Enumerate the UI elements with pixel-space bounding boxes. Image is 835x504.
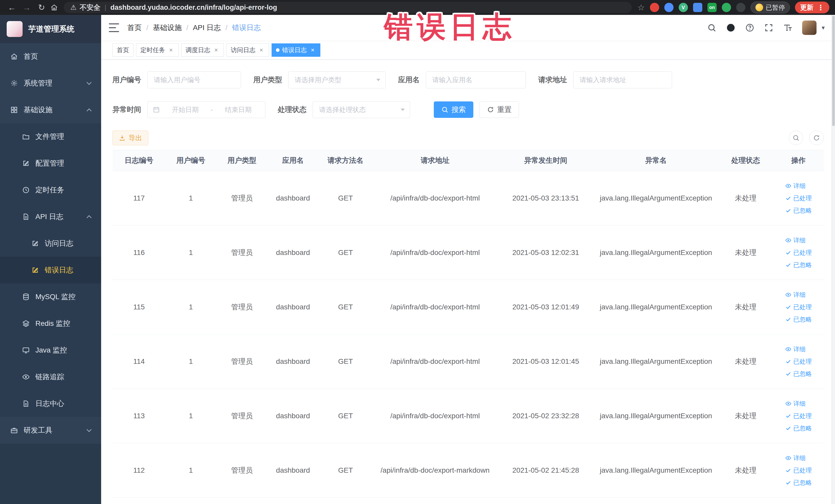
sidebar-item-redis-monitor[interactable]: Redis 监控 xyxy=(0,310,101,337)
detail-link[interactable]: 详细 xyxy=(785,345,806,353)
extension-drop-icon[interactable] xyxy=(664,3,674,12)
tab-access-log[interactable]: 访问日志 × xyxy=(226,43,269,57)
sidebar-item-access-log[interactable]: 访问日志 xyxy=(0,230,101,257)
cell-exception-name: java.lang.IllegalArgumentException xyxy=(594,194,718,202)
browser-update-button[interactable]: 更新 ⋮ xyxy=(795,2,829,13)
sidebar-item-file-management[interactable]: 文件管理 xyxy=(0,123,101,150)
extension-grid-icon[interactable] xyxy=(693,3,702,12)
tab-close-icon[interactable]: × xyxy=(213,46,220,54)
breadcrumb-infrastructure[interactable]: 基础设施 xyxy=(153,23,182,33)
help-icon[interactable] xyxy=(745,23,754,32)
eye-icon xyxy=(785,237,791,243)
eye-icon xyxy=(785,183,791,189)
search-icon[interactable] xyxy=(707,23,716,32)
menu-label: 系统管理 xyxy=(24,78,53,88)
mark-ignored-link[interactable]: 已忽略 xyxy=(785,370,812,378)
sidebar-item-trace[interactable]: 链路追踪 xyxy=(0,364,101,390)
sidebar-item-error-log[interactable]: 错误日志 xyxy=(0,257,101,283)
sidebar-item-java-monitor[interactable]: Java 监控 xyxy=(0,337,101,364)
font-size-icon[interactable] xyxy=(783,23,792,32)
user-type-select[interactable]: 请选择用户类型 xyxy=(288,72,386,88)
address-bar[interactable]: ⚠ 不安全 | dashboard.yudao.iocoder.cn/infra… xyxy=(64,2,632,13)
tab-close-icon[interactable]: × xyxy=(309,46,316,54)
sidebar-item-mysql-monitor[interactable]: MySQL 监控 xyxy=(0,283,101,310)
date-range-picker[interactable]: 开始日期 - 结束日期 xyxy=(147,101,265,118)
sidebar-item-dev-tools[interactable]: 研发工具 xyxy=(0,417,101,444)
tab-label: 首页 xyxy=(117,46,129,54)
mark-processed-link[interactable]: 已处理 xyxy=(785,412,812,420)
fullscreen-icon[interactable] xyxy=(764,23,773,32)
detail-link[interactable]: 详细 xyxy=(785,400,806,408)
process-status-select[interactable]: 请选择处理状态 xyxy=(313,101,410,118)
extension-record-icon[interactable] xyxy=(650,3,659,12)
tab-error-log[interactable]: 错误日志 × xyxy=(271,43,320,57)
mark-processed-link[interactable]: 已处理 xyxy=(785,357,812,366)
mark-ignored-link[interactable]: 已忽略 xyxy=(785,479,812,487)
mark-ignored-link[interactable]: 已忽略 xyxy=(785,261,812,269)
user-avatar[interactable] xyxy=(802,21,816,35)
tab-close-icon[interactable]: × xyxy=(168,46,174,54)
security-label: 不安全 xyxy=(80,3,100,12)
ignored-label: 已忽略 xyxy=(793,479,812,487)
sidebar-item-system-management[interactable]: 系统管理 xyxy=(0,70,101,97)
tab-close-icon[interactable]: × xyxy=(258,46,265,54)
mark-processed-link[interactable]: 已处理 xyxy=(785,303,812,311)
cell-log-id: 113 xyxy=(113,412,166,420)
sidebar-item-infrastructure[interactable]: 基础设施 xyxy=(0,97,101,123)
browser-forward-button[interactable]: → xyxy=(21,3,33,12)
browser-reload-button[interactable]: ↻ xyxy=(36,3,48,12)
sidebar-item-log-center[interactable]: 日志中心 xyxy=(0,390,101,417)
search-button[interactable]: 搜索 xyxy=(434,101,473,118)
app-name-input[interactable] xyxy=(426,72,526,88)
toggle-search-button[interactable] xyxy=(789,131,803,145)
detail-link[interactable]: 详细 xyxy=(785,454,806,462)
export-button[interactable]: 导出 xyxy=(113,130,148,145)
detail-link[interactable]: 详细 xyxy=(785,236,806,244)
hamburger-menu-button[interactable] xyxy=(109,23,119,32)
mark-ignored-link[interactable]: 已忽略 xyxy=(785,206,812,215)
tab-job-log[interactable]: 调度日志 × xyxy=(181,43,224,57)
mark-processed-link[interactable]: 已处理 xyxy=(785,248,812,257)
breadcrumb-home[interactable]: 首页 xyxy=(127,23,142,33)
detail-link[interactable]: 详细 xyxy=(785,291,806,299)
scrollbar-thumb[interactable] xyxy=(832,16,835,126)
caret-down-icon[interactable]: ▾ xyxy=(822,24,825,31)
sidebar-item-config-management[interactable]: 配置管理 xyxy=(0,150,101,177)
browser-back-button[interactable]: ← xyxy=(6,3,18,12)
cell-app-name: dashboard xyxy=(268,412,318,420)
logo-avatar xyxy=(7,21,23,37)
user-id-input[interactable] xyxy=(147,72,241,88)
mark-processed-link[interactable]: 已处理 xyxy=(785,194,812,202)
sidebar-filler xyxy=(0,444,101,504)
sidebar-item-scheduled-tasks[interactable]: 定时任务 xyxy=(0,177,101,203)
sidebar-item-api-logs[interactable]: API 日志 xyxy=(0,203,101,230)
refresh-table-button[interactable] xyxy=(809,131,824,145)
reset-button[interactable]: 重置 xyxy=(480,101,519,118)
tab-home[interactable]: 首页 xyxy=(113,43,134,57)
page-scrollbar[interactable] xyxy=(831,15,835,504)
filter-app-name: 应用名 xyxy=(398,72,526,88)
table-header: 日志编号 用户编号 用户类型 应用名 请求方法名 请求地址 异常发生时间 异常名… xyxy=(113,150,824,171)
sidebar-item-home[interactable]: 首页 xyxy=(0,43,101,70)
extension-leaf-icon[interactable] xyxy=(722,3,731,12)
detail-link[interactable]: 详细 xyxy=(785,182,806,190)
mark-ignored-link[interactable]: 已忽略 xyxy=(785,315,812,323)
request-url-input[interactable] xyxy=(573,72,672,88)
extension-on-icon[interactable]: on xyxy=(708,3,717,12)
start-date-placeholder: 开始日期 xyxy=(163,105,207,114)
breadcrumb-api-logs[interactable]: API 日志 xyxy=(193,23,221,33)
mark-ignored-link[interactable]: 已忽略 xyxy=(785,424,812,432)
github-icon[interactable] xyxy=(726,23,735,32)
clock-icon xyxy=(22,186,30,194)
browser-home-button[interactable] xyxy=(50,4,58,11)
menu-label: 定时任务 xyxy=(36,185,64,195)
tab-scheduled-tasks[interactable]: 定时任务 × xyxy=(136,43,179,57)
paused-badge[interactable]: 已暂停 xyxy=(751,2,790,13)
security-warning[interactable]: ⚠ 不安全 xyxy=(70,3,100,12)
paused-label: 已暂停 xyxy=(766,3,785,12)
bookmark-star-icon[interactable]: ☆ xyxy=(637,3,645,12)
app-logo[interactable]: 芋道管理系统 xyxy=(0,15,101,43)
mark-processed-link[interactable]: 已处理 xyxy=(785,466,812,475)
extension-pin-icon[interactable] xyxy=(736,3,746,12)
extension-vue-icon[interactable]: V xyxy=(679,3,688,12)
